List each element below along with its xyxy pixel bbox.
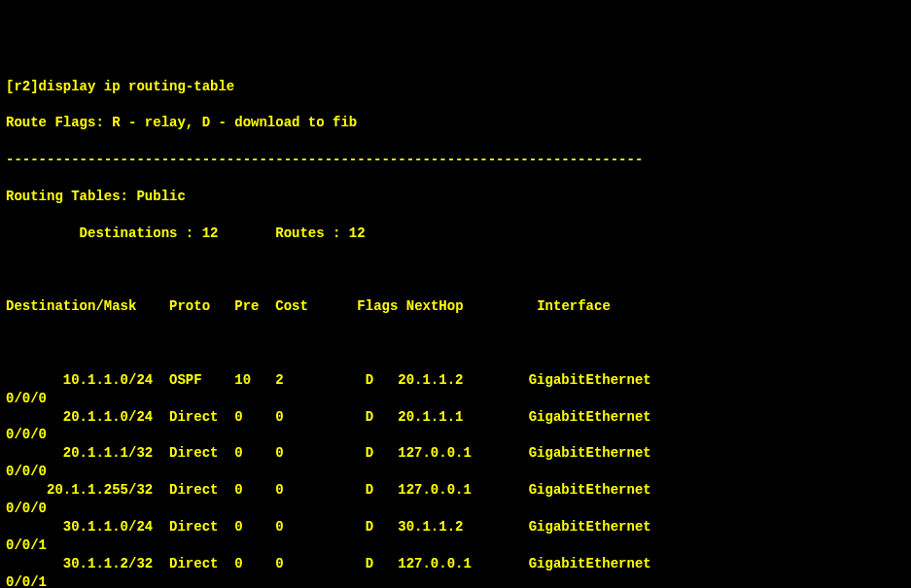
header-row: Destination/Mask Proto Pre Cost Flags Ne… [6, 297, 905, 316]
hdr-proto: Proto [169, 298, 210, 314]
table-row-continuation: 0/0/1 [6, 536, 905, 555]
table-row-continuation: 0/0/0 [6, 390, 905, 408]
hdr-pre: Pre [234, 298, 259, 314]
command-text: display ip routing-table [39, 79, 235, 94]
table-row-continuation: 0/0/0 [6, 426, 905, 444]
routing-table-body: 10.1.1.0/24 OSPF 10 2 D 20.1.1.2 Gigabit… [6, 371, 905, 588]
table-row: 30.1.1.0/24 Direct 0 0 D 30.1.1.2 Gigabi… [6, 518, 905, 536]
table-row: 10.1.1.0/24 OSPF 10 2 D 20.1.1.2 Gigabit… [6, 371, 905, 390]
command-line: [r2]display ip routing-table [6, 78, 905, 96]
hdr-flags: Flags [357, 298, 398, 314]
flags-legend: Route Flags: R - relay, D - download to … [6, 114, 905, 132]
hdr-nexthop: NextHop [406, 298, 464, 314]
prompt-host: [r2] [6, 79, 39, 94]
table-row-continuation: 0/0/1 [6, 573, 905, 588]
table-row: 20.1.1.0/24 Direct 0 0 D 20.1.1.1 Gigabi… [6, 408, 905, 427]
blank-line [6, 260, 905, 279]
tables-title: Routing Tables: Public [6, 188, 905, 206]
hdr-cost: Cost [275, 298, 308, 314]
table-row: 20.1.1.1/32 Direct 0 0 D 127.0.0.1 Gigab… [6, 444, 905, 463]
table-row-continuation: 0/0/0 [6, 500, 905, 518]
blank-line [6, 334, 905, 353]
hdr-dest: Destination/Mask [6, 298, 136, 314]
summary-line: Destinations : 12 Routes : 12 [6, 225, 905, 243]
table-row-continuation: 0/0/0 [6, 463, 905, 481]
hdr-iface: Interface [537, 298, 611, 314]
table-row: 20.1.1.255/32 Direct 0 0 D 127.0.0.1 Gig… [6, 481, 905, 500]
table-row: 30.1.1.2/32 Direct 0 0 D 127.0.0.1 Gigab… [6, 555, 905, 573]
divider: ----------------------------------------… [6, 151, 905, 169]
